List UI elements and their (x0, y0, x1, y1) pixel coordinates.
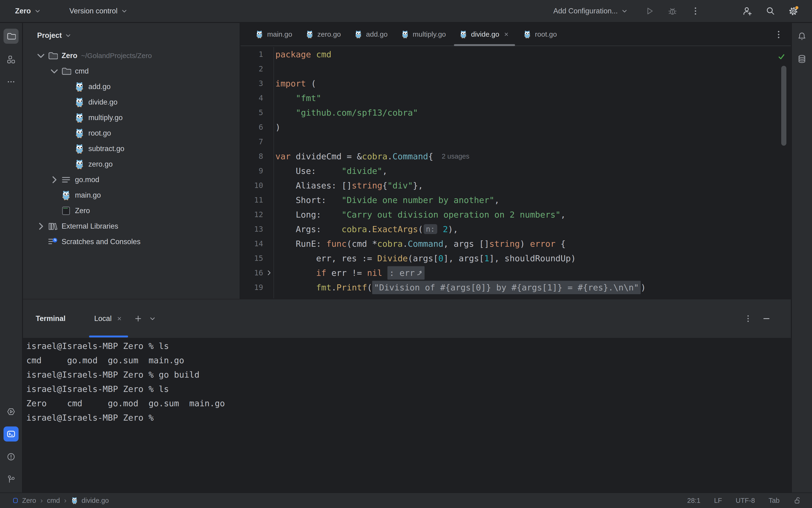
editor-tab-zero-go[interactable]: zero.go (299, 23, 347, 46)
problems-tool-button[interactable] (3, 449, 18, 464)
version-control-tool-button[interactable] (3, 472, 18, 486)
editor-tab-root-go[interactable]: root.go (516, 23, 563, 46)
terminal-line: israel@Israels-MBP Zero % ls (26, 339, 791, 353)
terminal-icon (6, 429, 16, 439)
code-token: }, (413, 181, 423, 190)
tree-item-zero[interactable]: Zero~/GolandProjects/Zero (23, 48, 240, 64)
folded-region[interactable]: "Division of #{args[0]} by #{args[1]} = … (372, 281, 641, 294)
chevron-right-icon[interactable] (48, 175, 61, 184)
tree-item-zero-go[interactable]: zero.go (23, 157, 240, 172)
editor-tab-divide-go[interactable]: divide.go (453, 23, 516, 46)
new-terminal-tab-button[interactable] (134, 314, 143, 323)
line-number: 15 (241, 254, 263, 263)
code-token (275, 283, 316, 292)
go-gopher-icon (459, 30, 468, 39)
project-widget[interactable]: Zero (15, 7, 42, 15)
tree-item-label: External Libraries (61, 222, 118, 230)
breadcrumb-item-zero[interactable]: Zero (12, 497, 36, 505)
folded-region[interactable]: : err (387, 266, 425, 280)
project-badge-icon (12, 497, 19, 504)
status-bar: Zero›cmd›divide.go 28:1LFUTF-8Tab (0, 493, 812, 508)
code-line-20: 20 return nil (241, 295, 791, 298)
tree-indent (61, 129, 74, 138)
tree-item-zero[interactable]: Zero (23, 203, 240, 218)
usages-hint[interactable]: 2 usages (442, 153, 469, 160)
editor-tab-add-go[interactable]: add.go (347, 23, 394, 46)
code-editor[interactable]: 1package cmd23import (4 "fmt"5 "github.c… (241, 46, 791, 298)
inspections-ok-icon[interactable] (777, 52, 786, 61)
tree-item-external-libraries[interactable]: External Libraries (23, 218, 240, 234)
terminal-output[interactable]: israel@Israels-MBP Zero % lscmd go.mod g… (23, 338, 791, 425)
close-icon[interactable] (503, 31, 510, 38)
tree-item-label: multiply.go (88, 114, 123, 122)
status-widget-28-1[interactable]: 28:1 (687, 497, 700, 505)
search-button[interactable] (765, 6, 776, 16)
chevron-right-icon[interactable] (34, 221, 47, 231)
breadcrumb-item-divide-go[interactable]: divide.go (71, 497, 109, 505)
terminal-tool-button[interactable] (3, 426, 18, 441)
editor-tab-main-go[interactable]: main.go (249, 23, 299, 46)
tree-item-add-go[interactable]: add.go (23, 79, 240, 94)
chevron-down-icon[interactable] (48, 67, 61, 76)
settings-button[interactable] (788, 6, 799, 16)
code-token: ], shouldRoundUp) (489, 254, 575, 263)
tree-item-scratches-and-consoles[interactable]: Scratches and Consoles (23, 234, 240, 250)
project-panel-header[interactable]: Project (23, 23, 240, 48)
terminal-line: cmd go.mod go.sum main.go (26, 353, 791, 368)
tab-options-button[interactable] (773, 29, 784, 40)
tree-item-go-mod[interactable]: go.mod (23, 172, 240, 187)
more-actions-button[interactable] (690, 6, 701, 16)
database-tool-button[interactable] (795, 51, 809, 67)
tree-indent (48, 206, 61, 215)
code-token (275, 268, 316, 278)
vcs-widget[interactable]: Version control (69, 7, 128, 15)
code-token: ], args[ (443, 254, 484, 263)
services-tool-button[interactable] (3, 404, 18, 419)
run-button[interactable] (644, 6, 654, 16)
lock-open-icon[interactable] (793, 496, 802, 505)
tree-item-main-go[interactable]: main.go (23, 187, 240, 203)
status-widget-utf-8[interactable]: UTF-8 (736, 497, 755, 505)
code-token: . (367, 224, 372, 234)
close-icon[interactable] (116, 315, 123, 322)
structure-tool-button[interactable] (3, 52, 18, 67)
tree-item-root-go[interactable]: root.go (23, 125, 240, 141)
add-user-button[interactable] (742, 6, 753, 16)
project-tool-button[interactable] (3, 29, 18, 44)
tree-indent (61, 144, 74, 154)
fold-marker[interactable] (263, 265, 274, 280)
tree-item-cmd[interactable]: cmd (23, 64, 240, 79)
database-icon (797, 54, 807, 64)
gomod-icon (61, 175, 71, 185)
debug-button[interactable] (667, 6, 678, 16)
tree-item-multiply-go[interactable]: multiply.go (23, 110, 240, 125)
run-configuration-selector[interactable]: Add Configuration... (553, 7, 629, 15)
status-widget-tab[interactable]: Tab (769, 497, 779, 505)
editor-scrollbar[interactable] (781, 66, 786, 146)
code-token (275, 108, 296, 118)
minimize-panel-button[interactable] (762, 314, 771, 323)
go-gopher-icon (305, 30, 314, 39)
tree-item-subtract-go[interactable]: subtract.go (23, 141, 240, 157)
code-text: Args: cobra.ExactArgs(n: 2), (274, 224, 458, 234)
code-token: "fmt" (296, 93, 321, 103)
tree-item-label: main.go (75, 191, 101, 200)
terminal-tab-local[interactable]: Local (89, 299, 128, 338)
tree-item-divide-go[interactable]: divide.go (23, 94, 240, 110)
chevron-down-icon[interactable] (34, 51, 47, 60)
editor-tab-multiply-go[interactable]: multiply.go (394, 23, 453, 46)
line-number: 3 (241, 79, 263, 88)
terminal-options-button[interactable] (743, 314, 753, 323)
more-tools-button[interactable] (3, 74, 18, 89)
status-widget-lf[interactable]: LF (714, 497, 722, 505)
bell-icon (797, 32, 807, 41)
terminal-title[interactable]: Terminal (36, 314, 66, 323)
library-icon (47, 221, 58, 231)
notifications-button[interactable] (795, 29, 809, 44)
main-toolbar: Zero Version control Add Configuration..… (0, 0, 812, 23)
line-number: 8 (241, 152, 263, 161)
line-number: 10 (241, 181, 263, 190)
breadcrumb-item-cmd[interactable]: cmd (47, 497, 60, 505)
go-gopher-icon (74, 159, 85, 169)
terminal-dropdown-button[interactable] (148, 314, 157, 323)
